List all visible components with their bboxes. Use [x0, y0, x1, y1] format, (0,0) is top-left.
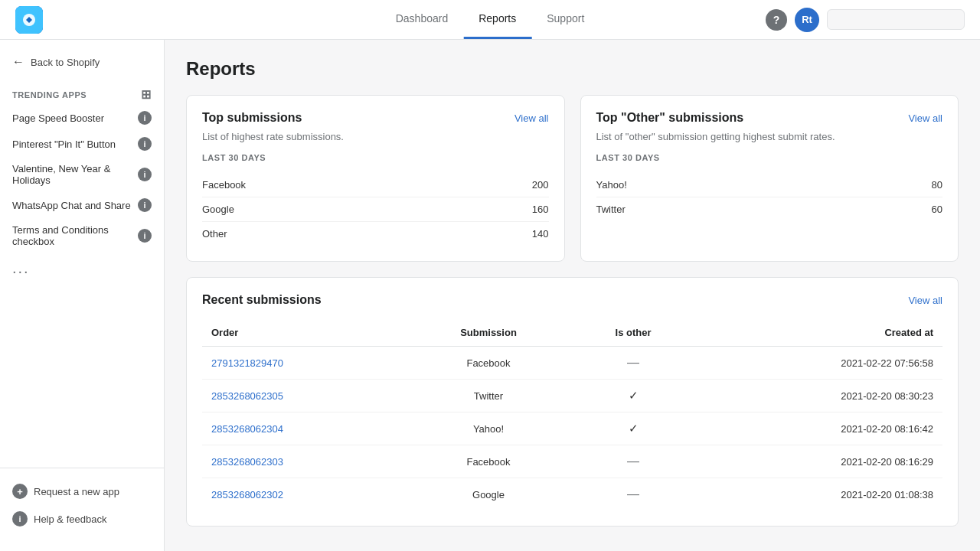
table-row: 2853268062302Google—2021-02-20 01:08:38: [202, 478, 942, 511]
order-cell: 2791321829470: [202, 347, 405, 380]
list-item: Google 160: [202, 197, 549, 222]
is-other-cell: —: [572, 445, 694, 478]
sidebar-item-label: Page Speed Booster: [12, 112, 104, 124]
table-row: 2853268062305Twitter✓2021-02-20 08:30:23: [202, 380, 942, 412]
order-cell: 2853268062304: [202, 412, 405, 445]
col-order: Order: [202, 319, 405, 347]
request-new-app-button[interactable]: + Request a new app: [0, 478, 164, 505]
submission-cell: Twitter: [405, 380, 573, 412]
cards-row: Top submissions View all List of highest…: [186, 95, 959, 262]
stat-label: Twitter: [596, 204, 626, 215]
stat-value: 140: [532, 228, 549, 240]
submission-cell: Facebook: [405, 445, 573, 478]
list-item: Other 140: [202, 222, 549, 246]
table-row: 2791321829470Facebook—2021-02-22 07:56:5…: [202, 347, 942, 380]
order-link[interactable]: 2853268062302: [211, 489, 283, 500]
sidebar-bottom: + Request a new app i Help & feedback: [0, 468, 164, 542]
col-created-at: Created at: [694, 319, 942, 347]
avatar[interactable]: Rt: [795, 8, 819, 32]
info-icon[interactable]: i: [138, 168, 152, 181]
card-header: Top submissions View all: [202, 111, 549, 125]
list-item: Twitter 60: [596, 197, 943, 221]
top-submissions-title: Top submissions: [202, 111, 302, 125]
back-to-shopify-button[interactable]: ← Back to Shopify: [0, 49, 164, 75]
sidebar-item-valentine[interactable]: Valentine, New Year & Holidays i: [0, 157, 164, 192]
table-header-row: Order Submission Is other Created at: [202, 319, 942, 347]
sidebar-item-whatsapp[interactable]: WhatsApp Chat and Share i: [0, 192, 164, 218]
col-submission: Submission: [405, 319, 573, 347]
trending-section-label: TRENDING APPS ⊞: [0, 81, 164, 105]
stat-label: Google: [202, 204, 234, 215]
table-row: 2853268062303Facebook—2021-02-20 08:16:2…: [202, 445, 942, 478]
back-label: Back to Shopify: [31, 57, 100, 68]
stat-value: 160: [532, 204, 549, 215]
tab-reports[interactable]: Reports: [463, 0, 531, 39]
dash-icon: —: [627, 455, 639, 468]
request-icon: +: [12, 484, 28, 499]
order-link[interactable]: 2791321829470: [211, 357, 283, 369]
top-nav: Dashboard Reports Support ? Rt: [0, 0, 980, 40]
created-at-cell: 2021-02-20 08:30:23: [694, 380, 942, 412]
top-submissions-period: LAST 30 DAYS: [202, 153, 549, 167]
order-link[interactable]: 2853268062304: [211, 423, 283, 435]
created-at-cell: 2021-02-22 07:56:58: [694, 347, 942, 380]
main-layout: ← Back to Shopify TRENDING APPS ⊞ Page S…: [0, 40, 980, 551]
info-icon[interactable]: i: [138, 111, 152, 125]
submissions-table: Order Submission Is other Created at 279…: [202, 319, 942, 510]
stat-label: Facebook: [202, 179, 246, 191]
created-at-cell: 2021-02-20 08:16:42: [694, 412, 942, 445]
app-logo[interactable]: [15, 6, 43, 34]
order-cell: 2853268062302: [202, 478, 405, 511]
sidebar-item-pinterest[interactable]: Pinterest "Pin It" Button i: [0, 131, 164, 157]
table-row: 2853268062304Yahoo!✓2021-02-20 08:16:42: [202, 412, 942, 445]
list-item: Yahoo! 80: [596, 173, 943, 197]
stat-value: 60: [932, 204, 942, 215]
info-icon[interactable]: i: [138, 198, 152, 212]
tab-support[interactable]: Support: [531, 0, 599, 39]
dash-icon: —: [627, 487, 639, 500]
recent-submissions-card: Recent submissions View all Order Submis…: [186, 277, 959, 527]
order-cell: 2853268062303: [202, 445, 405, 478]
order-link[interactable]: 2853268062305: [211, 390, 283, 402]
card-header: Top "Other" submissions View all: [596, 111, 943, 125]
sidebar: ← Back to Shopify TRENDING APPS ⊞ Page S…: [0, 40, 165, 551]
help-label: Help & feedback: [34, 514, 106, 525]
expand-icon[interactable]: ⊞: [141, 87, 152, 102]
order-cell: 2853268062305: [202, 380, 405, 412]
info-icon[interactable]: i: [138, 229, 152, 243]
top-other-submissions-card: Top "Other" submissions View all List of…: [580, 95, 959, 262]
top-other-period: LAST 30 DAYS: [596, 153, 943, 167]
stat-label: Other: [202, 228, 227, 240]
top-other-subtitle: List of "other" submission getting highe…: [596, 131, 943, 142]
top-submissions-subtitle: List of highest rate submissions.: [202, 131, 549, 142]
top-other-title: Top "Other" submissions: [596, 111, 744, 125]
order-link[interactable]: 2853268062303: [211, 456, 283, 468]
sidebar-item-label: Valentine, New Year & Holidays: [12, 163, 138, 186]
back-arrow-icon: ←: [12, 55, 24, 69]
recent-title: Recent submissions: [202, 293, 322, 307]
sidebar-item-label: Pinterest "Pin It" Button: [12, 139, 116, 150]
stat-value: 80: [932, 179, 942, 191]
top-other-view-all[interactable]: View all: [908, 112, 942, 124]
sidebar-item-terms[interactable]: Terms and Conditions checkbox i: [0, 218, 164, 253]
help-icon[interactable]: ?: [766, 9, 787, 31]
created-at-cell: 2021-02-20 08:16:29: [694, 445, 942, 478]
submission-cell: Facebook: [405, 347, 573, 380]
recent-view-all[interactable]: View all: [908, 295, 942, 306]
search-input[interactable]: [827, 9, 965, 30]
info-icon[interactable]: i: [138, 137, 152, 151]
submission-cell: Google: [405, 478, 573, 511]
top-submissions-card: Top submissions View all List of highest…: [186, 95, 565, 262]
sidebar-item-page-speed[interactable]: Page Speed Booster i: [0, 105, 164, 131]
recent-header: Recent submissions View all: [202, 293, 942, 307]
help-feedback-button[interactable]: i Help & feedback: [0, 505, 164, 533]
check-icon: ✓: [629, 389, 639, 402]
nav-right: ? Rt: [766, 8, 965, 32]
is-other-cell: ✓: [572, 412, 694, 445]
top-submissions-view-all[interactable]: View all: [514, 112, 549, 124]
tab-dashboard[interactable]: Dashboard: [381, 0, 464, 39]
is-other-cell: —: [572, 347, 694, 380]
info-bottom-icon: i: [12, 511, 28, 527]
more-button[interactable]: ...: [0, 253, 164, 283]
list-item: Facebook 200: [202, 173, 549, 197]
